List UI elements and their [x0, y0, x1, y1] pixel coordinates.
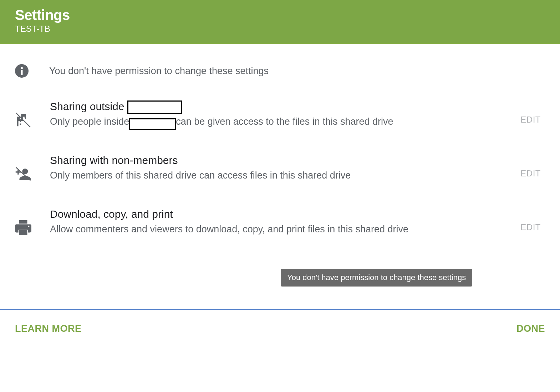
svg-rect-1 — [21, 70, 23, 75]
permission-notice-text: You don't have permission to change thes… — [49, 66, 269, 77]
settings-header: Settings TEST-TB — [0, 0, 560, 44]
info-icon — [15, 64, 29, 78]
svg-point-0 — [21, 67, 23, 69]
setting-sharing-non-members: Sharing with non-members Only members of… — [15, 154, 545, 182]
setting-sharing-outside-desc: Only people insidecan be given access to… — [50, 115, 410, 129]
setting-sharing-outside-title: Sharing outside — [50, 100, 182, 113]
permission-notice: You don't have permission to change thes… — [15, 64, 545, 78]
domain-off-icon — [15, 112, 31, 128]
settings-content: You don't have permission to change thes… — [0, 44, 560, 236]
learn-more-button[interactable]: LEARN MORE — [15, 323, 82, 334]
svg-rect-4 — [19, 230, 27, 235]
person-add-off-icon — [15, 166, 31, 182]
svg-rect-3 — [19, 220, 27, 224]
done-button[interactable]: DONE — [516, 323, 545, 334]
setting-sharing-non-members-desc: Only members of this shared drive can ac… — [50, 169, 410, 182]
edit-sharing-outside-button[interactable]: EDIT — [520, 115, 541, 125]
permission-tooltip: You don't have permission to change thes… — [281, 269, 472, 287]
page-subtitle: TEST-TB — [15, 24, 545, 34]
svg-point-5 — [28, 226, 29, 227]
setting-sharing-outside: Sharing outside Only people insidecan be… — [15, 100, 545, 129]
setting-sharing-non-members-title: Sharing with non-members — [50, 154, 178, 166]
redacted-org-name — [127, 100, 182, 114]
edit-download-copy-print-button[interactable]: EDIT — [520, 222, 541, 232]
redacted-org-name-small — [129, 118, 176, 130]
setting-download-copy-print: Download, copy, and print Allow commente… — [15, 208, 545, 236]
page-title: Settings — [15, 7, 545, 23]
footer-bar: LEARN MORE DONE — [0, 309, 560, 334]
setting-download-copy-print-title: Download, copy, and print — [50, 208, 173, 220]
print-icon — [15, 220, 31, 236]
edit-sharing-non-members-button[interactable]: EDIT — [520, 169, 541, 179]
setting-download-copy-print-desc: Allow commenters and viewers to download… — [50, 222, 410, 236]
